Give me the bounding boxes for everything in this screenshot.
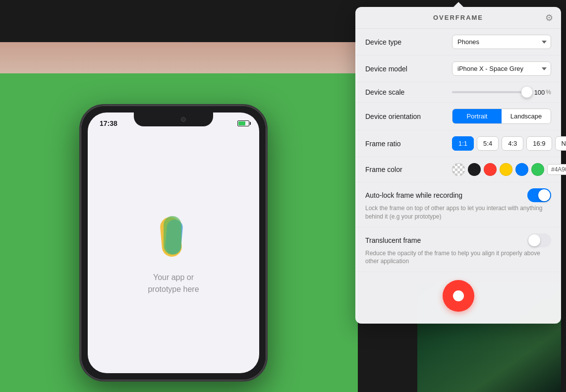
status-battery <box>237 120 249 126</box>
phone-frame: 17:38 Your app or prototype here <box>79 104 268 382</box>
auto-lock-toggle[interactable] <box>527 188 551 202</box>
auto-lock-desc: Lock the frame on top of other apps to l… <box>365 204 551 221</box>
battery-icon <box>237 120 249 126</box>
gear-icon[interactable]: ⚙ <box>545 12 553 23</box>
phone-notch <box>134 112 213 126</box>
phone-mockup: 17:38 Your app or prototype here <box>79 104 268 382</box>
scale-slider-fill <box>452 91 530 93</box>
status-time: 17:38 <box>100 119 117 127</box>
translucent-top: Translucent frame <box>365 233 551 247</box>
scale-slider-track <box>452 91 530 93</box>
panel-header: OVERFRAME ⚙ <box>355 7 561 29</box>
logo-green <box>164 216 181 255</box>
orientation-toggle: Portrait Landscape <box>452 109 551 124</box>
phone-camera <box>181 117 186 122</box>
device-model-label: Device model <box>365 65 452 73</box>
color-hex-value[interactable]: #4A90E2 <box>547 164 566 175</box>
translucent-desc: Reduce the opacity of the frame to help … <box>365 249 551 266</box>
bg-peach <box>0 42 357 74</box>
swatch-black[interactable] <box>468 163 481 176</box>
device-orientation-control: Portrait Landscape <box>452 109 551 124</box>
scale-slider-container: 100 % <box>452 89 551 96</box>
frame-color-row: Frame color #4A90E2 <box>355 157 561 182</box>
frame-color-label: Frame color <box>365 166 452 173</box>
swatch-blue[interactable] <box>515 163 528 176</box>
device-type-row: Device type Phones Tablets Laptops Deskt… <box>355 29 561 56</box>
panel-title: OVERFRAME <box>433 14 483 21</box>
battery-fill <box>238 121 245 125</box>
phone-content: Your app or prototype here <box>88 134 259 373</box>
swatch-yellow[interactable] <box>500 163 512 176</box>
scale-value: 100 % <box>534 89 551 96</box>
device-orientation-label: Device orientation <box>365 112 452 120</box>
ratio-5-4[interactable]: 5:4 <box>477 136 499 151</box>
translucent-label: Translucent frame <box>365 236 421 244</box>
ratio-1-1[interactable]: 1:1 <box>452 136 474 151</box>
auto-lock-label: Auto-lock frame while recording <box>365 191 462 199</box>
device-type-select[interactable]: Phones Tablets Laptops Desktops <box>452 35 551 49</box>
device-scale-row: Device scale 100 % <box>355 82 561 103</box>
translucent-toggle[interactable] <box>527 233 551 247</box>
device-scale-control: 100 % <box>452 89 551 96</box>
bg-dark-top <box>0 0 357 45</box>
record-container <box>355 272 561 314</box>
portrait-button[interactable]: Portrait <box>453 109 502 123</box>
auto-lock-row: Auto-lock frame while recording Lock the… <box>355 182 561 227</box>
device-type-control: Phones Tablets Laptops Desktops <box>452 35 551 49</box>
color-swatches: #4A90E2 <box>452 163 566 176</box>
frame-ratio-row: Frame ratio 1:1 5:4 4:3 16:9 None <box>355 130 561 157</box>
swatch-red[interactable] <box>484 163 497 176</box>
frame-color-control: #4A90E2 <box>452 163 566 176</box>
overframe-panel: OVERFRAME ⚙ Device type Phones Tablets L… <box>355 7 561 324</box>
landscape-button[interactable]: Landscape <box>502 109 551 123</box>
device-orientation-row: Device orientation Portrait Landscape <box>355 103 561 130</box>
device-model-control: iPhone X - Space Grey iPhone X - Silver … <box>452 61 551 76</box>
record-button[interactable] <box>443 280 474 312</box>
phone-placeholder: Your app or prototype here <box>148 272 199 295</box>
phone-screen: 17:38 Your app or prototype here <box>88 112 259 373</box>
ratio-group: 1:1 5:4 4:3 16:9 None <box>452 136 566 151</box>
auto-lock-top: Auto-lock frame while recording <box>365 188 551 202</box>
device-model-select[interactable]: iPhone X - Space Grey iPhone X - Silver … <box>452 61 551 76</box>
ratio-none[interactable]: None <box>555 136 566 151</box>
ratio-16-9[interactable]: 16:9 <box>526 136 552 151</box>
frame-ratio-label: Frame ratio <box>365 140 452 148</box>
device-scale-label: Device scale <box>365 88 452 96</box>
swatch-transparent[interactable] <box>452 163 465 176</box>
translucent-row: Translucent frame Reduce the opacity of … <box>355 227 561 273</box>
frame-ratio-control: 1:1 5:4 4:3 16:9 None <box>452 136 566 151</box>
translucent-thumb <box>528 234 540 246</box>
swatch-green[interactable] <box>531 163 544 176</box>
app-logo <box>154 212 193 262</box>
device-model-row: Device model iPhone X - Space Grey iPhon… <box>355 56 561 82</box>
record-inner-circle <box>453 290 464 301</box>
scale-slider-thumb[interactable] <box>521 87 532 98</box>
auto-lock-thumb <box>538 189 550 201</box>
device-type-label: Device type <box>365 38 452 46</box>
ratio-4-3[interactable]: 4:3 <box>502 136 523 151</box>
